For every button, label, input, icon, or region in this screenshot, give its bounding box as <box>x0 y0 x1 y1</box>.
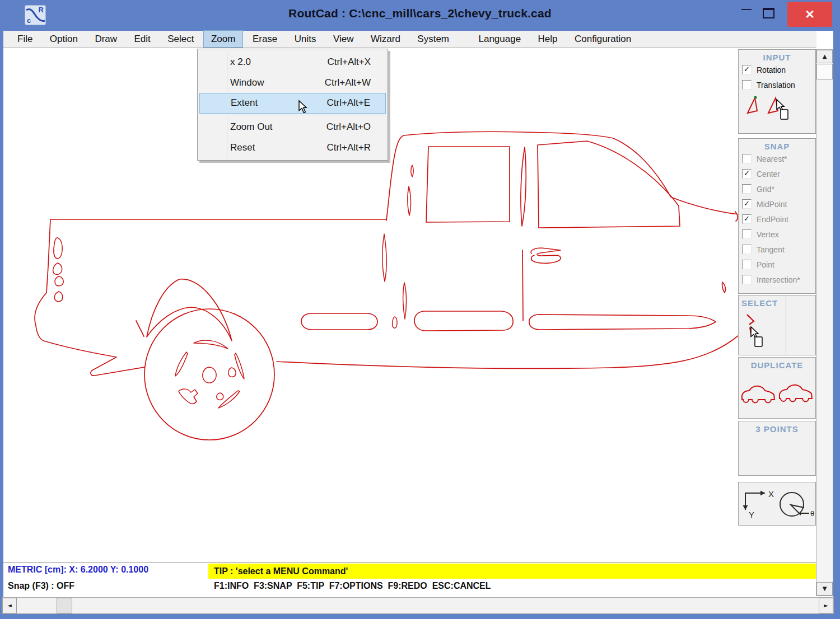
center-checkbox[interactable]: ✓ <box>742 169 752 179</box>
window-frame-right <box>833 31 840 619</box>
snap-option-center[interactable]: ✓ Center <box>739 166 815 181</box>
titlebar: R c RoutCad : C:\cnc_mill\cars_2\chevy_t… <box>0 0 840 31</box>
door-gap-line <box>522 250 523 321</box>
menu-view[interactable]: View <box>326 31 361 47</box>
horizontal-scrollbar[interactable]: ◄ ► <box>2 597 834 614</box>
door-handle <box>531 248 561 263</box>
duplicate-panel-title: DUPLICATE <box>739 358 815 370</box>
tip-text: TIP : 'select a MENU Command' <box>214 564 348 579</box>
translation-checkbox[interactable] <box>742 80 752 90</box>
duplicate-panel[interactable]: DUPLICATE <box>738 357 816 419</box>
snap-panel: SNAP Nearest* ✓ Center Grid* ✓ MidPoint … <box>738 138 816 294</box>
nearest-checkbox[interactable] <box>742 154 752 163</box>
zoom-dropdown-menu: x 2.0 Ctrl+Alt+X Window Ctrl+Alt+W Exten… <box>197 49 388 161</box>
vertical-scroll-thumb[interactable] <box>816 64 833 79</box>
menubar: File Option Draw Edit Select Zoom Erase … <box>3 31 816 48</box>
menu-zoom[interactable]: Zoom <box>204 31 242 47</box>
zoom-menu-item-reset[interactable]: Reset Ctrl+Alt+R <box>198 137 388 158</box>
select-panel[interactable]: SELECT <box>738 295 816 355</box>
window-title: RoutCad : C:\cnc_mill\cars_2\chevy_truck… <box>0 7 840 20</box>
window-frame-bottom <box>0 614 840 619</box>
snap-option-vertex[interactable]: Vertex <box>739 227 815 242</box>
endpoint-checkbox[interactable]: ✓ <box>742 214 752 224</box>
menu-help[interactable]: Help <box>531 31 565 47</box>
zoom-menu-item-zoomout[interactable]: Zoom Out Ctrl+Alt+O <box>198 116 388 137</box>
rocker-trim <box>301 311 716 331</box>
rim-spokes <box>175 340 244 408</box>
snap-option-point[interactable]: Point <box>739 257 815 272</box>
tangent-checkbox[interactable] <box>742 245 752 254</box>
statusbar: METRIC [cm]: X: 6.2000 Y: 0.1000 Snap (F… <box>3 562 816 597</box>
front-arch-mark <box>722 282 726 293</box>
close-button[interactable]: ✕ <box>787 2 832 27</box>
menu-units[interactable]: Units <box>287 31 324 47</box>
point-checkbox[interactable] <box>742 260 752 269</box>
routcad-window: R c RoutCad : C:\cnc_mill\cars_2\chevy_t… <box>0 0 840 619</box>
zoom-menu-item-x2[interactable]: x 2.0 Ctrl+Alt+X <box>198 51 388 72</box>
menu-language[interactable]: Language <box>471 31 528 47</box>
scroll-left-button[interactable]: ◄ <box>2 598 17 613</box>
menu-edit[interactable]: Edit <box>127 31 158 47</box>
menu-select[interactable]: Select <box>160 31 201 47</box>
snap-panel-title: SNAP <box>739 139 815 151</box>
midpoint-checkbox[interactable]: ✓ <box>742 199 752 209</box>
menu-draw[interactable]: Draw <box>87 31 124 47</box>
input-panel-title: INPUT <box>739 50 815 62</box>
select-panel-title: SELECT <box>739 296 815 308</box>
tip-bar: TIP : 'select a MENU Command' <box>208 564 816 579</box>
menu-system[interactable]: System <box>410 31 456 47</box>
menu-option[interactable]: Option <box>43 31 85 47</box>
zoom-menu-item-window[interactable]: Window Ctrl+Alt+W <box>198 72 388 93</box>
snap-option-intersection[interactable]: Intersection* <box>739 272 815 287</box>
zoom-menu-item-extent[interactable]: Extent Ctrl+Alt+E <box>199 93 386 114</box>
drawing-canvas-truck-outline[interactable] <box>3 48 816 562</box>
horizontal-scroll-thumb[interactable] <box>57 598 72 613</box>
menu-configuration[interactable]: Configuration <box>567 31 638 47</box>
rotation-checkbox[interactable]: ✓ <box>742 65 752 74</box>
snap-option-midpoint[interactable]: ✓ MidPoint <box>739 196 815 212</box>
rear-tire <box>144 309 274 440</box>
rotation-option[interactable]: ✓ Rotation <box>739 62 815 77</box>
panel-gap-lines <box>382 165 414 328</box>
menu-wizard[interactable]: Wizard <box>363 31 408 47</box>
coordinate-readout: METRIC [cm]: X: 6.2000 Y: 0.1000 <box>8 565 148 575</box>
taillight-details <box>53 238 64 302</box>
scroll-up-button[interactable]: ▲ <box>816 50 833 63</box>
menu-separator <box>228 115 385 115</box>
three-points-panel-title: 3 POINTS <box>739 421 815 434</box>
maximize-button[interactable] <box>763 8 774 18</box>
scroll-right-button[interactable]: ► <box>819 598 833 613</box>
grid-checkbox[interactable] <box>742 184 752 194</box>
snap-option-endpoint[interactable]: ✓ EndPoint <box>739 212 815 227</box>
select-panel-divider <box>786 296 786 355</box>
front-window <box>538 141 680 228</box>
menu-erase[interactable]: Erase <box>245 31 284 47</box>
vertical-scrollbar[interactable]: ▲ ▼ <box>816 49 833 596</box>
axes-panel <box>738 482 816 526</box>
translation-option[interactable]: Translation <box>739 77 815 92</box>
b-pillar-gap <box>521 147 526 226</box>
snap-status: Snap (F3) : OFF <box>8 581 74 591</box>
minimize-button[interactable]: — <box>737 3 756 15</box>
three-points-panel[interactable]: 3 POINTS <box>738 421 816 476</box>
menu-file[interactable]: File <box>10 31 40 47</box>
function-key-hints: F1:INFO F3:SNAP F5:TIP F7:OPTIONS F9:RED… <box>214 581 491 591</box>
scroll-down-button[interactable]: ▼ <box>816 582 833 595</box>
intersection-checkbox[interactable] <box>742 275 752 284</box>
snap-option-grid[interactable]: Grid* <box>739 181 815 196</box>
snap-option-tangent[interactable]: Tangent <box>739 242 815 257</box>
vertex-checkbox[interactable] <box>742 229 752 239</box>
snap-option-nearest[interactable]: Nearest* <box>739 151 815 166</box>
input-panel: INPUT ✓ Rotation Translation <box>738 49 816 134</box>
truck-body-outline <box>35 132 739 376</box>
rear-window <box>426 147 510 222</box>
